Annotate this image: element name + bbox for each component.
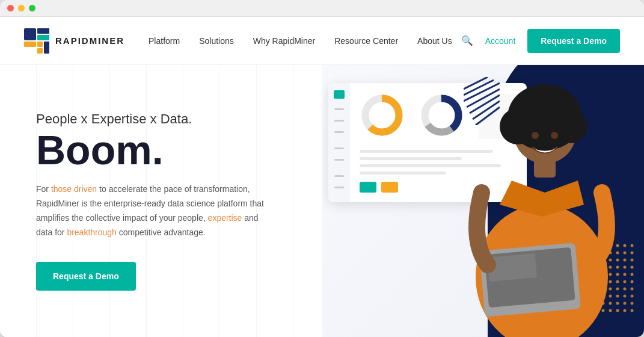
search-icon[interactable]: 🔍 [461, 35, 473, 46]
svg-point-69 [631, 295, 634, 298]
svg-point-45 [631, 266, 634, 269]
hero-left: People x Expertise x Data. Boom. For tho… [0, 65, 322, 337]
account-link[interactable]: Account [485, 36, 516, 46]
svg-point-26 [624, 244, 627, 247]
svg-rect-0 [24, 28, 36, 40]
dash-icon-7 [334, 175, 344, 177]
svg-point-44 [624, 266, 627, 269]
svg-point-39 [631, 259, 634, 262]
svg-point-86 [554, 110, 587, 143]
dash-btn-1 [360, 182, 376, 193]
hero-title: Boom. [36, 129, 286, 170]
svg-point-57 [631, 280, 634, 283]
close-dot[interactable] [7, 5, 14, 11]
navbar: RAPIDMINER Platform Solutions Why RapidM… [0, 17, 644, 65]
svg-point-63 [631, 288, 634, 291]
nav-platform[interactable]: Platform [149, 36, 180, 46]
svg-point-68 [624, 295, 627, 298]
svg-point-33 [631, 252, 634, 255]
svg-rect-6 [44, 42, 49, 54]
nav-why-rapidminer[interactable]: Why RapidMiner [253, 36, 315, 46]
minimize-dot[interactable] [18, 5, 25, 11]
svg-rect-3 [37, 35, 49, 40]
hero-section: People x Expertise x Data. Boom. For tho… [0, 65, 644, 337]
svg-point-32 [624, 252, 627, 255]
bar-4 [360, 172, 446, 175]
dash-icon-4 [334, 131, 344, 133]
dashboard-sidebar [328, 83, 350, 202]
logo-area[interactable]: RAPIDMINER [24, 28, 124, 54]
svg-point-51 [631, 273, 634, 276]
page-content: RAPIDMINER Platform Solutions Why RapidM… [0, 17, 644, 337]
svg-point-87 [532, 132, 539, 139]
dash-icon-3 [334, 120, 344, 122]
nav-resource-center[interactable]: Resource Center [334, 36, 398, 46]
hero-right [322, 65, 645, 337]
browser-window: RAPIDMINER Platform Solutions Why RapidM… [0, 0, 644, 337]
donut-chart-2 [419, 93, 464, 140]
nav-solutions[interactable]: Solutions [199, 36, 234, 46]
dash-btn-2 [381, 182, 398, 193]
svg-point-81 [631, 309, 634, 312]
svg-point-56 [624, 280, 627, 283]
hero-description: For those driven to accelerate the pace … [36, 182, 271, 240]
svg-point-88 [551, 132, 558, 139]
svg-point-17 [372, 106, 391, 125]
dash-icon-5 [334, 147, 344, 149]
logo-icon [24, 28, 49, 54]
dash-icon-6 [334, 159, 344, 161]
hero-subtitle: People x Expertise x Data. [36, 111, 286, 127]
svg-point-50 [624, 273, 627, 276]
person-figure [464, 72, 620, 337]
donut-chart-1 [360, 93, 405, 140]
dash-icon-2 [334, 108, 344, 110]
svg-point-21 [432, 106, 451, 125]
browser-chrome [0, 0, 644, 17]
svg-point-80 [624, 309, 627, 312]
svg-rect-89 [534, 159, 556, 178]
dash-icon-8 [334, 187, 344, 188]
svg-point-27 [631, 244, 634, 247]
bar-2 [360, 157, 462, 160]
dash-icon-1 [334, 90, 345, 99]
request-demo-nav-button[interactable]: Request a Demo [527, 29, 620, 53]
svg-point-74 [624, 302, 627, 305]
svg-rect-1 [37, 28, 49, 34]
svg-point-38 [624, 259, 627, 262]
nav-right: 🔍 Account Request a Demo [461, 29, 620, 53]
svg-rect-5 [37, 48, 43, 54]
svg-rect-4 [37, 42, 43, 47]
maximize-dot[interactable] [29, 5, 35, 11]
svg-point-62 [624, 288, 627, 291]
nav-about-us[interactable]: About Us [417, 36, 452, 46]
nav-links: Platform Solutions Why RapidMiner Resour… [149, 36, 461, 46]
svg-point-85 [500, 108, 536, 144]
svg-point-75 [631, 302, 634, 305]
svg-rect-2 [24, 42, 36, 47]
logo-text: RAPIDMINER [55, 36, 124, 46]
hero-cta-button[interactable]: Request a Demo [36, 262, 136, 291]
